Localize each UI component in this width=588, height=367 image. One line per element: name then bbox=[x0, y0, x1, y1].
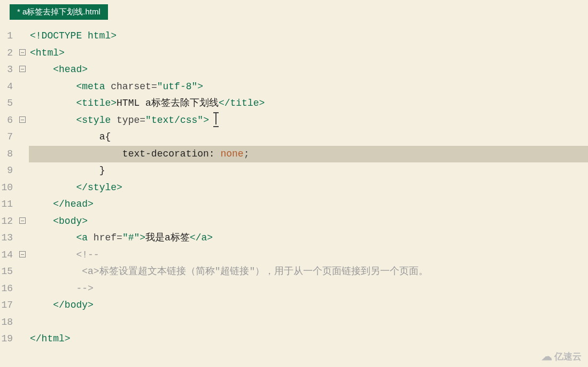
code-line[interactable]: --> bbox=[29, 280, 588, 298]
file-tab[interactable]: * a标签去掉下划线.html bbox=[10, 4, 108, 20]
line-number: 13 bbox=[0, 230, 13, 247]
fold-toggle-icon[interactable] bbox=[19, 49, 26, 56]
fold-toggle-icon[interactable] bbox=[19, 116, 26, 123]
code-line[interactable]: <!-- bbox=[29, 247, 588, 264]
cloud-icon: ☁ bbox=[541, 350, 552, 363]
line-number: 3 bbox=[0, 61, 13, 79]
tab-bar: * a标签去掉下划线.html bbox=[0, 0, 588, 21]
watermark-text: 亿速云 bbox=[554, 350, 582, 363]
line-number: 6 bbox=[0, 112, 13, 129]
line-number: 4 bbox=[0, 79, 13, 96]
line-number: 1 bbox=[0, 28, 13, 45]
code-line[interactable]: <a href="#">我是a标签</a> bbox=[29, 230, 588, 247]
line-number: 11 bbox=[0, 196, 13, 213]
code-line[interactable]: <html> bbox=[29, 45, 588, 62]
code-line[interactable]: <!DOCTYPE html> bbox=[29, 28, 588, 45]
line-number: 18 bbox=[0, 314, 13, 331]
watermark: ☁ 亿速云 bbox=[541, 350, 582, 363]
line-number: 8 bbox=[0, 146, 13, 163]
fold-toggle-icon[interactable] bbox=[19, 251, 26, 257]
code-line[interactable]: <title>HTML a标签去除下划线</title> bbox=[29, 95, 588, 112]
code-area[interactable]: <!DOCTYPE html> <html> <head> <meta char… bbox=[29, 28, 588, 348]
line-number: 2 bbox=[0, 45, 13, 62]
code-line[interactable]: </body> bbox=[29, 297, 588, 314]
line-number: 14 bbox=[0, 247, 13, 264]
line-number: 12 bbox=[0, 213, 13, 230]
line-number: 19 bbox=[0, 331, 13, 348]
code-line[interactable] bbox=[29, 314, 588, 331]
line-number: 17 bbox=[0, 297, 13, 314]
editor-area: 1 2 3 4 5 6 7 8 9 10 11 12 13 14 15 16 1… bbox=[0, 28, 588, 348]
text-cursor-icon bbox=[215, 114, 216, 126]
code-line-active[interactable]: text-decoration: none; bbox=[29, 146, 588, 163]
line-number: 16 bbox=[0, 280, 13, 298]
code-line[interactable]: <style type="text/css"> bbox=[29, 112, 588, 129]
code-line[interactable]: <body> bbox=[29, 213, 588, 230]
line-number: 9 bbox=[0, 162, 13, 179]
line-number: 10 bbox=[0, 179, 13, 197]
code-line[interactable]: </head> bbox=[29, 196, 588, 213]
fold-toggle-icon[interactable] bbox=[19, 66, 26, 72]
code-line[interactable]: } bbox=[29, 162, 588, 179]
line-number: 7 bbox=[0, 129, 13, 146]
code-line[interactable]: <meta charset="utf-8"> bbox=[29, 79, 588, 96]
line-number: 15 bbox=[0, 263, 13, 280]
fold-toggle-icon[interactable] bbox=[19, 217, 26, 224]
code-line[interactable]: </html> bbox=[29, 331, 588, 348]
fold-gutter bbox=[16, 28, 29, 348]
code-line[interactable]: <head> bbox=[29, 61, 588, 79]
code-line[interactable]: <a>标签设置超文本链接（简称"超链接"），用于从一个页面链接到另一个页面。 bbox=[29, 263, 588, 280]
line-number-gutter: 1 2 3 4 5 6 7 8 9 10 11 12 13 14 15 16 1… bbox=[0, 28, 16, 348]
code-line[interactable]: </style> bbox=[29, 179, 588, 197]
line-number: 5 bbox=[0, 95, 13, 112]
code-line[interactable]: a{ bbox=[29, 129, 588, 146]
